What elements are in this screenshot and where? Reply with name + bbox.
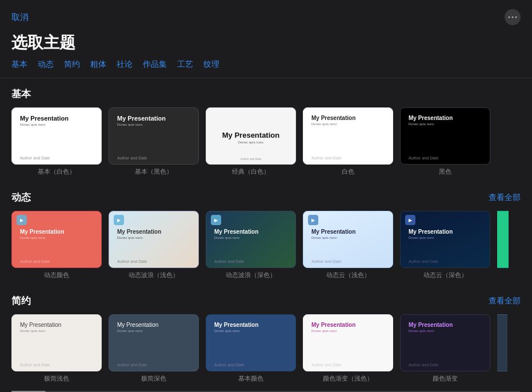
theme-label-gradient-dark: 颜色渐变 — [433, 374, 458, 383]
theme-minimal-dark[interactable]: My Presentation Donec quis nunc Author a… — [109, 314, 199, 383]
svg-point-1 — [512, 17, 514, 18]
theme-minimal-light[interactable]: My Presentation Donec quis nunc Author a… — [11, 314, 102, 383]
theme-black[interactable]: My Presentation Donec quis nunc Author a… — [400, 107, 490, 176]
theme-gradient-light[interactable]: My Presentation Donec quis nunc Author a… — [303, 314, 393, 383]
theme-label-cloud-light: 动态云（浅色） — [326, 271, 370, 279]
theme-label-cloud-dark: 动态云（深色） — [423, 271, 467, 279]
theme-basic-dark[interactable]: My Presentation Donec quis nunc Author a… — [109, 107, 199, 176]
section-basic-title: 基本 — [11, 87, 31, 101]
theme-white[interactable]: My Presentation Donec quis nunc Author a… — [303, 107, 393, 176]
pres-footer: Author and Date — [20, 155, 50, 161]
theme-basic-color[interactable]: My Presentation Donec quis nunc Author a… — [206, 314, 296, 383]
nav-portfolio[interactable]: 作品集 — [143, 59, 167, 70]
theme-classic-white[interactable]: My Presentation Donec quis nunc Author a… — [206, 107, 296, 176]
top-bar: 取消 — [0, 0, 532, 30]
theme-dynamic-extra[interactable]: - — [497, 211, 509, 279]
play-icon-4 — [308, 215, 318, 225]
dynamic-view-all[interactable]: 查看全部 — [489, 193, 521, 203]
more-button[interactable] — [505, 9, 521, 25]
pres-title: My Presentation — [20, 115, 93, 122]
svg-point-0 — [509, 17, 510, 18]
theme-dynamic-wave-light[interactable]: My Presentation Donec quis nunc Author a… — [109, 211, 199, 279]
nav-craft[interactable]: 工艺 — [177, 59, 193, 70]
theme-label-black: 黑色 — [439, 167, 451, 176]
dynamic-theme-row: My Presentation Donec quis nunc Author a… — [11, 211, 521, 279]
play-icon-2 — [114, 215, 124, 225]
theme-label-white: 白色 — [342, 167, 354, 176]
play-icon-5 — [405, 215, 415, 225]
minimal-theme-row: My Presentation Donec quis nunc Author a… — [11, 314, 521, 383]
section-minimal: 简约 查看全部 My Presentation Donec quis nunc … — [0, 285, 532, 389]
theme-minimal-extra[interactable]: - — [497, 314, 507, 383]
nav-minimal[interactable]: 简约 — [64, 59, 80, 70]
svg-point-2 — [515, 17, 517, 18]
theme-label-minimal-light: 极简浅色 — [44, 374, 69, 383]
theme-dynamic-wave-dark[interactable]: My Presentation Donec quis nunc Author a… — [206, 211, 296, 279]
play-icon-3 — [211, 215, 221, 225]
theme-dynamic-color[interactable]: My Presentation Donec quis nunc Author a… — [11, 211, 102, 279]
minimal-view-all[interactable]: 查看全部 — [489, 296, 521, 306]
theme-label-classic-white: 经典（白色） — [232, 167, 270, 176]
theme-label-basic-color: 基本颜色 — [238, 374, 263, 383]
theme-label-wave-dark: 动态波浪（深色） — [226, 271, 276, 279]
theme-label-wave-light: 动态波浪（浅色） — [129, 271, 179, 279]
nav-texture[interactable]: 纹理 — [203, 59, 219, 70]
pres-sub: Donec quis nunc — [20, 123, 93, 126]
page-title: 选取主题 — [0, 30, 532, 59]
play-icon — [17, 215, 27, 225]
nav-dynamic[interactable]: 动态 — [38, 59, 54, 70]
section-dynamic-title: 动态 — [11, 191, 31, 204]
section-dynamic: 动态 查看全部 My Presentation Donec quis nunc … — [0, 182, 532, 285]
section-minimal-title: 简约 — [11, 294, 31, 307]
section-basic: 基本 My Presentation Donec quis nunc Autho… — [0, 78, 532, 182]
theme-label-minimal-dark: 极简深色 — [141, 374, 166, 383]
nav-basic[interactable]: 基本 — [11, 59, 27, 70]
theme-label-basic-white: 基本（白色） — [38, 167, 75, 176]
basic-theme-row: My Presentation Donec quis nunc Author a… — [11, 107, 521, 176]
theme-basic-white[interactable]: My Presentation Donec quis nunc Author a… — [11, 107, 102, 176]
pres-title-2: My Presentation — [117, 115, 190, 122]
theme-label-basic-dark: 基本（黑色） — [135, 167, 173, 176]
theme-label-dynamic-color: 动态颜色 — [44, 271, 69, 279]
category-nav: 基本 动态 简约 粗体 社论 作品集 工艺 纹理 — [0, 59, 532, 78]
theme-dynamic-cloud-dark[interactable]: My Presentation Donec quis nunc Author a… — [400, 211, 490, 279]
theme-label-gradient-light: 颜色渐变（浅色） — [323, 374, 373, 383]
nav-editorial[interactable]: 社论 — [117, 59, 133, 70]
cancel-button[interactable]: 取消 — [11, 12, 29, 23]
theme-gradient-dark[interactable]: My Presentation Donec quis nunc Author a… — [400, 314, 490, 383]
theme-dynamic-cloud-light[interactable]: My Presentation Donec quis nunc Author a… — [303, 211, 393, 279]
nav-bold[interactable]: 粗体 — [90, 59, 106, 70]
